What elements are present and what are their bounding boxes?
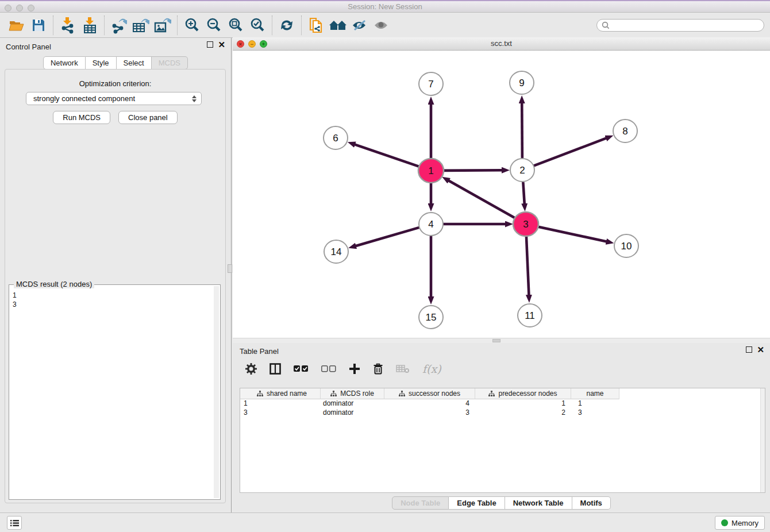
svg-text:2: 2 (519, 165, 525, 176)
network-graph[interactable]: 7968124314101511 (233, 51, 769, 338)
network-maximize-icon[interactable]: + (260, 40, 267, 48)
network-window-titlebar[interactable]: × − + scc.txt (233, 37, 770, 51)
table-row[interactable]: 1dominator411 (240, 399, 765, 408)
node-table-body: 1dominator4113dominator323 (240, 399, 765, 418)
graph-edge-2-9[interactable] (522, 103, 522, 158)
column-header-successor-nodes[interactable]: successor nodes (384, 388, 475, 399)
toolbar-separator (272, 16, 272, 35)
tab-mcds[interactable]: MCDS (152, 56, 188, 70)
search-field[interactable] (596, 19, 764, 32)
search-input[interactable] (613, 21, 759, 29)
run-mcds-button[interactable]: Run MCDS (53, 111, 110, 124)
window-zoom-icon[interactable] (28, 5, 34, 11)
graph-node-9[interactable]: 9 (510, 71, 534, 94)
graph-edge-3-1[interactable] (448, 180, 515, 218)
tab-edge-table[interactable]: Edge Table (449, 496, 505, 510)
export-table-icon[interactable] (130, 15, 152, 36)
graph-edge-1-2[interactable] (443, 170, 502, 171)
create-column-plus-icon[interactable] (349, 363, 360, 375)
mcds-result-list[interactable]: 13 (10, 286, 213, 498)
tab-node-table[interactable]: Node Table (392, 496, 449, 510)
task-history-button[interactable] (7, 516, 22, 530)
table-panel: Table Panel ✕ (233, 343, 770, 512)
float-table-panel-icon[interactable] (746, 346, 752, 353)
tab-motifs[interactable]: Motifs (572, 496, 611, 510)
criterion-dropdown[interactable]: strongly connected component (26, 92, 202, 105)
network-close-icon[interactable]: × (237, 40, 244, 48)
graph-edge-2-8[interactable] (534, 138, 607, 165)
close-panel-icon[interactable]: ✕ (218, 41, 225, 48)
graph-node-2[interactable]: 2 (510, 159, 534, 182)
network-minimize-icon[interactable]: − (248, 40, 256, 48)
result-scrollbar[interactable] (214, 286, 219, 498)
svg-text:1: 1 (428, 165, 433, 176)
graph-node-8[interactable]: 8 (613, 119, 637, 142)
save-session-icon[interactable] (28, 15, 49, 36)
graph-node-7[interactable]: 7 (419, 72, 443, 95)
mcds-result-item: 3 (13, 300, 211, 309)
hide-eye-icon[interactable] (349, 15, 371, 36)
network-canvas[interactable]: 7968124314101511 (233, 51, 770, 338)
column-header-mcds-role[interactable]: MCDS role (321, 388, 384, 399)
column-type-icon (330, 391, 337, 396)
toolbar-separator (104, 16, 105, 35)
tab-select[interactable]: Select (117, 56, 152, 70)
refresh-icon[interactable] (276, 15, 298, 36)
float-panel-icon[interactable] (207, 41, 213, 48)
close-table-panel-icon[interactable]: ✕ (757, 346, 764, 353)
mcds-result-box: MCDS result (2 nodes) 13 (9, 284, 221, 500)
tab-network-table[interactable]: Network Table (505, 496, 572, 510)
criterion-value: strongly connected component (33, 94, 135, 103)
show-columns-icon[interactable] (270, 363, 281, 375)
graph-node-11[interactable]: 11 (518, 304, 542, 327)
status-bar: Memory (0, 512, 770, 532)
graph-node-15[interactable]: 15 (419, 306, 443, 329)
splitter-grip[interactable] (228, 264, 232, 273)
graph-node-14[interactable]: 14 (324, 240, 348, 263)
table-toolbar: f(x) (233, 357, 770, 381)
window-titlebar: Session: New Session (0, 0, 770, 13)
zoom-fit-icon[interactable] (225, 15, 247, 36)
graph-node-4[interactable]: 4 (419, 213, 443, 236)
delete-column-trash-icon[interactable] (373, 363, 383, 375)
import-table-icon[interactable] (79, 15, 101, 36)
graph-node-3[interactable]: 3 (513, 212, 538, 236)
window-minimize-icon[interactable] (16, 5, 23, 11)
show-eye-icon[interactable] (371, 15, 392, 36)
zoom-out-icon[interactable] (203, 15, 225, 36)
main-toolbar (0, 13, 770, 38)
window-close-icon[interactable] (5, 5, 11, 11)
table-row[interactable]: 3dominator323 (240, 408, 765, 418)
select-all-checkboxes-icon[interactable] (294, 365, 309, 372)
toolbar-separator (53, 16, 53, 35)
graph-edge-2-3[interactable] (523, 182, 524, 204)
tab-style[interactable]: Style (86, 56, 117, 70)
tab-network[interactable]: Network (43, 56, 86, 70)
graph-edge-1-6[interactable] (355, 144, 419, 167)
column-header-name[interactable]: name (571, 388, 619, 399)
column-header-shared-name[interactable]: shared name (240, 388, 321, 399)
home-icon[interactable] (327, 15, 349, 36)
graph-edge-4-14[interactable] (356, 228, 419, 246)
table-scrollbar[interactable] (760, 388, 765, 492)
zoom-selected-icon[interactable] (247, 15, 268, 36)
zoom-in-icon[interactable] (181, 15, 203, 36)
deselect-all-checkboxes-icon[interactable] (321, 365, 336, 372)
network-hscrollbar[interactable] (233, 338, 770, 343)
memory-button[interactable]: Memory (715, 516, 765, 530)
graph-node-6[interactable]: 6 (324, 126, 348, 149)
graph-node-10[interactable]: 10 (614, 234, 638, 257)
table-settings-gear-icon[interactable] (245, 363, 257, 375)
export-image-icon[interactable] (152, 15, 174, 36)
graph-node-1[interactable]: 1 (418, 159, 444, 183)
close-panel-button[interactable]: Close panel (118, 111, 178, 124)
graph-edge-3-11[interactable] (526, 236, 529, 295)
duplicate-view-icon[interactable] (305, 15, 327, 36)
toolbar-separator (301, 16, 302, 35)
export-network-icon[interactable] (108, 15, 130, 36)
column-header-predecessor-nodes[interactable]: predecessor nodes (475, 388, 571, 399)
column-type-icon (257, 391, 263, 396)
graph-edge-3-10[interactable] (538, 226, 607, 241)
open-session-icon[interactable] (6, 15, 28, 36)
import-network-icon[interactable] (57, 15, 79, 36)
